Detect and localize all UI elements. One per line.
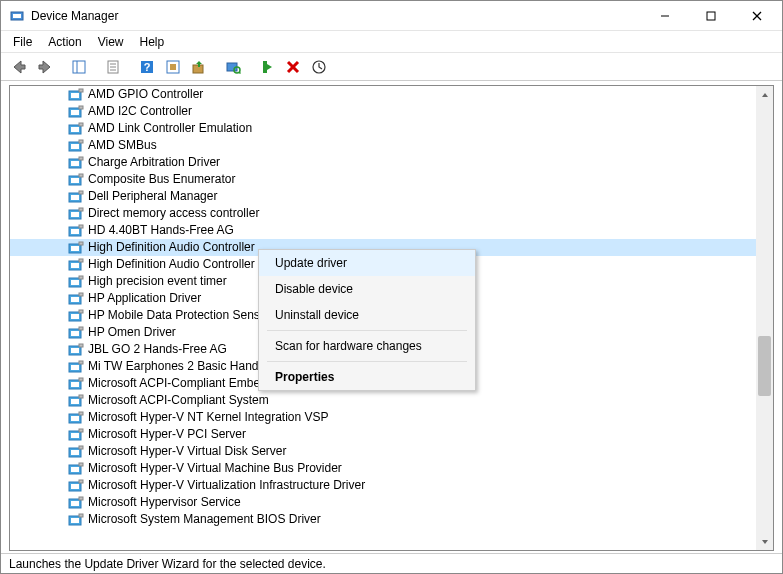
svg-rect-59 [79, 276, 83, 279]
device-item[interactable]: AMD GPIO Controller [10, 86, 773, 103]
svg-rect-80 [79, 395, 83, 398]
device-label: Composite Bus Enumerator [88, 171, 235, 188]
update-driver-button[interactable] [187, 56, 211, 78]
device-item[interactable]: Microsoft Hypervisor Service [10, 494, 773, 511]
svg-rect-40 [71, 178, 79, 183]
device-item[interactable]: Microsoft Hyper-V Virtual Machine Bus Pr… [10, 460, 773, 477]
close-button[interactable] [734, 1, 780, 30]
svg-rect-92 [79, 463, 83, 466]
svg-rect-56 [79, 259, 83, 262]
device-item[interactable]: Microsoft System Management BIOS Driver [10, 511, 773, 528]
svg-rect-61 [71, 297, 79, 302]
svg-rect-68 [79, 327, 83, 330]
scroll-thumb[interactable] [758, 336, 771, 396]
svg-line-19 [239, 72, 241, 74]
ctx-disable-device[interactable]: Disable device [259, 276, 475, 302]
device-label: Microsoft Hyper-V Virtual Machine Bus Pr… [88, 460, 342, 477]
svg-rect-41 [79, 174, 83, 177]
svg-rect-70 [71, 348, 79, 353]
scroll-down-arrow[interactable] [756, 533, 773, 550]
scan-hardware-button[interactable] [221, 56, 245, 78]
menu-action[interactable]: Action [40, 33, 89, 51]
device-label: Dell Peripheral Manager [88, 188, 217, 205]
svg-rect-85 [71, 433, 79, 438]
device-tree[interactable]: AMD GPIO ControllerAMD I2C ControllerAMD… [9, 85, 774, 551]
menu-file[interactable]: File [5, 33, 40, 51]
device-label: Microsoft Hyper-V Virtual Disk Server [88, 443, 287, 460]
svg-rect-44 [79, 191, 83, 194]
forward-button[interactable] [33, 56, 57, 78]
svg-rect-86 [79, 429, 83, 432]
svg-rect-76 [71, 382, 79, 387]
device-label: Microsoft System Management BIOS Driver [88, 511, 321, 528]
back-button[interactable] [7, 56, 31, 78]
device-icon [68, 461, 84, 477]
titlebar: Device Manager [1, 1, 782, 31]
menu-help[interactable]: Help [132, 33, 173, 51]
enable-device-button[interactable] [255, 56, 279, 78]
svg-rect-74 [79, 361, 83, 364]
menu-view[interactable]: View [90, 33, 132, 51]
device-icon [68, 155, 84, 171]
svg-rect-82 [71, 416, 79, 421]
svg-rect-73 [71, 365, 79, 370]
device-item[interactable]: AMD I2C Controller [10, 103, 773, 120]
device-icon [68, 206, 84, 222]
device-icon [68, 495, 84, 511]
device-icon [68, 308, 84, 324]
svg-rect-38 [79, 157, 83, 160]
device-icon [68, 376, 84, 392]
device-label: High Definition Audio Controller [88, 256, 255, 273]
device-icon [68, 138, 84, 154]
ctx-update-driver[interactable]: Update driver [259, 250, 475, 276]
svg-rect-50 [79, 225, 83, 228]
ctx-scan-hardware[interactable]: Scan for hardware changes [259, 333, 475, 359]
show-console-tree-button[interactable] [67, 56, 91, 78]
device-icon [68, 444, 84, 460]
device-item[interactable]: Direct memory access controller [10, 205, 773, 222]
device-label: Microsoft Hyper-V NT Kernel Integration … [88, 409, 329, 426]
device-item[interactable]: Microsoft Hyper-V NT Kernel Integration … [10, 409, 773, 426]
device-item[interactable]: AMD SMBus [10, 137, 773, 154]
device-item[interactable]: Charge Arbitration Driver [10, 154, 773, 171]
device-icon [68, 393, 84, 409]
device-label: HP Mobile Data Protection Sensor [88, 307, 271, 324]
svg-rect-49 [71, 229, 79, 234]
add-legacy-hardware-button[interactable] [307, 56, 331, 78]
help-button[interactable]: ? [135, 56, 159, 78]
uninstall-device-button[interactable] [281, 56, 305, 78]
ctx-uninstall-device[interactable]: Uninstall device [259, 302, 475, 328]
svg-rect-3 [707, 12, 715, 20]
ctx-separator [267, 330, 467, 331]
ctx-properties[interactable]: Properties [259, 364, 475, 390]
device-label: HD 4.40BT Hands-Free AG [88, 222, 234, 239]
device-label: AMD GPIO Controller [88, 86, 203, 103]
svg-rect-28 [71, 110, 79, 115]
device-item[interactable]: Microsoft ACPI-Compliant System [10, 392, 773, 409]
device-icon [68, 427, 84, 443]
device-icon [68, 359, 84, 375]
svg-rect-101 [79, 514, 83, 517]
properties-button[interactable] [101, 56, 125, 78]
context-menu: Update driver Disable device Uninstall d… [258, 249, 476, 391]
device-item[interactable]: Composite Bus Enumerator [10, 171, 773, 188]
device-item[interactable]: Microsoft Hyper-V Virtual Disk Server [10, 443, 773, 460]
device-item[interactable]: Microsoft Hyper-V PCI Server [10, 426, 773, 443]
device-item[interactable]: Dell Peripheral Manager [10, 188, 773, 205]
device-label: HP Omen Driver [88, 324, 176, 341]
scrollbar[interactable] [756, 86, 773, 550]
svg-rect-95 [79, 480, 83, 483]
scroll-up-arrow[interactable] [756, 86, 773, 103]
action-button[interactable] [161, 56, 185, 78]
svg-text:?: ? [144, 61, 151, 73]
device-label: Microsoft Hyper-V Virtualization Infrast… [88, 477, 365, 494]
device-item[interactable]: AMD Link Controller Emulation [10, 120, 773, 137]
device-label: High precision event timer [88, 273, 227, 290]
device-item[interactable]: HD 4.40BT Hands-Free AG [10, 222, 773, 239]
svg-rect-88 [71, 450, 79, 455]
minimize-button[interactable] [642, 1, 688, 30]
device-item[interactable]: Microsoft Hyper-V Virtualization Infrast… [10, 477, 773, 494]
svg-rect-31 [71, 127, 79, 132]
maximize-button[interactable] [688, 1, 734, 30]
svg-rect-46 [71, 212, 79, 217]
